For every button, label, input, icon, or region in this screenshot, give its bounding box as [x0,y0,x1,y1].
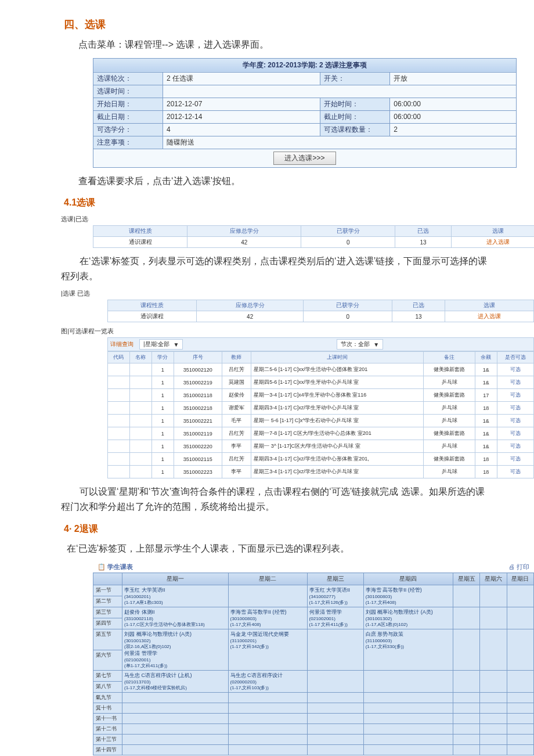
timetable-cell: 李海雪 高等数学II (经管)(301000803)(1-17,文科408) [228,607,307,629]
timetable-empty-cell [307,671,363,693]
cell-name [129,389,151,402]
timetable-empty-cell [480,714,507,724]
select-link[interactable]: 可选 [497,466,533,478]
cat2-h5: 选课 [445,300,533,311]
cell-remark: 乒乓球 [424,415,475,427]
timetable-empty-cell [480,629,507,671]
cell-seq: 3510002115 [174,453,222,466]
cell-remark: 乒乓球 [424,376,475,389]
timetable-cell: 马生忠 C语言程序设计 (上机)(021013703)(1-17,文科楼6楼经管… [122,671,229,693]
timetable-empty-cell [480,607,507,629]
paragraph-2: 在‘选课’标签页，列表显示可选的课程类别，点击课程类别后的‘进入选课’链接，下面… [29,254,505,283]
section-dropdown[interactable]: 节次：全部 ▼ [337,339,383,350]
timetable-empty-cell [363,724,453,735]
timetable-empty-cell [480,693,507,703]
timetable-period-label: 第四节 [93,618,122,629]
ch-seq: 序号 [174,352,222,363]
cell-time: 星期一7-8 [1-17] C区大/学生活动中心总体教 室201 [251,427,424,440]
timetable-empty-cell [480,735,507,745]
cell-time: 星期一 5-6 [1-17] C]x^学生石动中心乒乓球 室 [251,415,424,427]
cell-code [108,466,130,478]
cell-teacher: 吕红芳 [222,427,251,440]
lbl-end-time: 截止时间： [320,110,390,123]
cell-code [108,427,130,440]
table-row: 13510002118赵俊伶星期一3-4 [1-17] C]x4学生牙动中心形体… [108,389,534,402]
weekday-dropdown-value: |星期:全部 [143,340,169,348]
timetable-day-header: 星期五 [453,573,479,585]
selection-info-table: 学年度: 2012-2013学期: 2 选课注意事项 选课轮次： 2 任选课 开… [93,58,517,168]
cell-seq: 3510002119 [174,427,222,440]
select-link[interactable]: 可选 [497,363,533,376]
select-link[interactable]: 可选 [497,440,533,453]
enter-selection-button[interactable]: 进入选课>>> [273,152,335,165]
timetable-period-label: 第五节 [93,629,122,650]
enter-select-link[interactable]: 进入选课 [486,239,510,245]
timetable-empty-cell [228,735,307,745]
enter-select-link-2[interactable]: 进入选课 [478,313,501,319]
cell-remark: 健美操新套路 [424,427,475,440]
cell-name [129,427,151,440]
timetable-empty-cell [507,629,533,671]
timetable-empty-cell [122,714,229,724]
table-row: 13510002119吕红芳星期一7-8 [1-17] C区大/学生活动中心总体… [108,427,534,440]
timetable-empty-cell [480,585,507,607]
tab-label-1: 选课|已选 [29,215,505,224]
timetable-day-header: 星期一 [122,573,229,585]
timetable-empty-cell [507,724,533,735]
cell-code [108,376,130,389]
timetable-cell: 刘园 概率论与数理统计 (A类)(301001302)(双2-16,A区1教(0… [122,629,229,671]
cell-credit: 1 [151,363,174,376]
timetable-empty-cell [363,693,453,703]
timetable-empty-cell [453,585,479,607]
cell-teacher: 李平 [222,440,251,453]
cell-code [108,363,130,376]
select-link[interactable]: 可选 [497,389,533,402]
cell-time: 星期四3-4 [1-17] C]xz/学生活动中心形体教 室201, [251,453,424,466]
timetable-empty-cell [122,745,229,755]
cell-remain: 1& [475,440,497,453]
timetable-period-label: 第二节 [93,596,122,607]
cell-teacher: 吕红芳 [222,453,251,466]
cell-seq: 3510002223 [174,466,222,478]
cat2-h1: 课程性质 [108,300,197,311]
timetable-empty-cell [228,693,307,703]
select-link[interactable]: 可选 [497,427,533,440]
cat-total: 42 [187,237,301,248]
select-link[interactable]: 可选 [497,402,533,415]
timetable-period-label: 第十二书 [93,724,122,735]
detail-query-link[interactable]: 详细查询 [110,340,134,348]
cell-seq: 3510002118 [174,389,222,402]
timetable-empty-cell [363,735,453,745]
cell-name [129,363,151,376]
cell-credit: 1 [151,453,174,466]
ch-remain: 余额 [475,352,497,363]
lbl-max-courses: 可选课程数量： [320,123,390,136]
val-max-courses: 2 [390,123,517,136]
timetable-empty-cell [122,735,229,745]
timetable-empty-cell [307,735,363,745]
timetable-empty-cell [307,703,363,714]
timetable-empty-cell [307,724,363,735]
timetable-empty-cell [228,585,307,607]
print-button[interactable]: 打印 [508,563,529,571]
val-end-date: 2012-12-14 [163,110,320,123]
select-link[interactable]: 可选 [497,376,533,389]
timetable-empty-cell [122,724,229,735]
cell-teacher: 莫建国 [222,376,251,389]
cat2-h2: 应修总学分 [197,300,304,311]
course-list-table: 代码 名称 学分 序号 教师 上课时间 备注 余额 是否可选 135100021… [107,351,534,478]
timetable-empty-cell [507,714,533,724]
cell-seq: 3510002221 [174,415,222,427]
cell-remark: 健美操新套路 [424,363,475,376]
table-row: 通识课程 42 0 13 进入选课 [93,237,535,248]
select-link[interactable]: 可选 [497,415,533,427]
timetable-cell: 李玉红 大学英语II(341000201)(1-17,A座1教c303) [122,585,229,607]
weekday-dropdown[interactable]: |星期:全部 ▼ [139,339,183,350]
select-link[interactable]: 可选 [497,453,533,466]
table-row: 13510002223李平星期三3-4 [1-17] C]xz/学生活动中心乒乓… [108,466,534,478]
timetable-empty-cell [122,703,229,714]
cell-time: 星期一3-4 [1-17] C]x4学生牙动中心形体教 室116 [251,389,424,402]
cell-time: 星期四5-6 [1-17] C]xx/学生牙动中心乒乓球 室 [251,376,424,389]
info-header: 学年度: 2012-2013学期: 2 选课注意事项 [93,58,517,72]
table-row: 13510002115吕红芳星期四3-4 [1-17] C]xz/学生活动中心形… [108,453,534,466]
